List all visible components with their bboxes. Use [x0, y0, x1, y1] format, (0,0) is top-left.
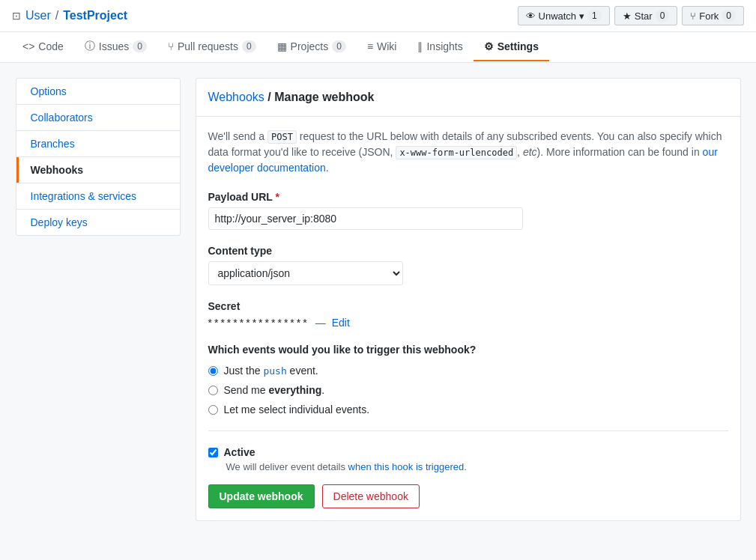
update-webhook-button[interactable]: Update webhook	[208, 484, 315, 508]
tab-projects[interactable]: ▦ Projects 0	[267, 33, 357, 61]
nav-tabs: <> Code ⓘ Issues 0 ⑂ Pull requests 0 ▦ P…	[0, 32, 756, 63]
tab-issues-label: Issues	[99, 40, 129, 52]
radio-group: Just the push event. Send me everything.…	[208, 365, 728, 416]
tab-settings[interactable]: ⚙ Settings	[474, 33, 549, 61]
radio-individual-input[interactable]	[208, 405, 218, 415]
tab-insights-label: Insights	[426, 40, 462, 52]
tab-pull-requests-label: Pull requests	[178, 40, 238, 52]
star-count: 0	[656, 10, 670, 22]
secret-divider: —	[315, 317, 326, 329]
radio-everything-input[interactable]	[208, 386, 218, 395]
projects-icon: ▦	[277, 40, 287, 52]
hook-triggered-link[interactable]: when this hook is triggered	[348, 461, 465, 472]
wiki-icon: ≡	[367, 40, 373, 52]
payload-url-label: Payload URL *	[208, 191, 728, 203]
fork-button[interactable]: ⑂ Fork 0	[682, 6, 744, 25]
radio-individual[interactable]: Let me select individual events.	[208, 404, 728, 416]
btn-row: Update webhook Delete webhook	[208, 484, 728, 508]
payload-url-input[interactable]	[208, 207, 523, 230]
breadcrumb-current: Manage webhook	[274, 91, 374, 103]
sidebar-item-options[interactable]: Options	[16, 79, 180, 104]
settings-icon: ⚙	[484, 40, 494, 52]
repo-title: ⊡ User / TestProject	[12, 9, 127, 22]
star-icon: ★	[623, 10, 632, 22]
active-desc: We will deliver event details when this …	[208, 461, 728, 472]
post-code: POST	[267, 130, 297, 144]
fork-label: Fork	[699, 10, 719, 22]
tab-settings-label: Settings	[498, 40, 539, 52]
active-section: Active We will deliver event details whe…	[208, 446, 728, 472]
repo-icon: ⊡	[12, 10, 21, 22]
tab-wiki[interactable]: ≡ Wiki	[357, 33, 408, 61]
fork-count: 0	[722, 10, 736, 22]
repo-actions: 👁 Unwatch ▾ 1 ★ Star 0 ⑂ Fork 0	[518, 6, 744, 25]
content-type-group: Content type application/json applicatio…	[208, 245, 728, 285]
radio-just-push-input[interactable]	[208, 366, 218, 376]
pull-requests-count: 0	[242, 40, 256, 52]
issues-count: 0	[133, 40, 147, 52]
breadcrumb: Webhooks / Manage webhook	[208, 91, 728, 104]
active-label: Active	[224, 446, 255, 458]
secret-label: Secret	[208, 300, 728, 312]
radio-just-push[interactable]: Just the push event.	[208, 365, 728, 377]
user-link[interactable]: User	[25, 9, 51, 22]
radio-individual-label: Let me select individual events.	[224, 404, 370, 416]
required-star: *	[276, 191, 279, 203]
secret-edit-link[interactable]: Edit	[332, 317, 350, 329]
projects-count: 0	[332, 40, 346, 52]
repo-link[interactable]: TestProject	[63, 9, 127, 22]
tab-issues[interactable]: ⓘ Issues 0	[74, 32, 157, 62]
pull-requests-icon: ⑂	[168, 40, 174, 52]
events-group: Which events would you like to trigger t…	[208, 344, 728, 416]
secret-group: Secret **************** — Edit	[208, 300, 728, 329]
sidebar: Options Collaborators Branches Webhooks …	[16, 78, 181, 236]
sidebar-item-collaborators[interactable]: Collaborators	[16, 105, 180, 130]
tab-projects-label: Projects	[291, 40, 329, 52]
unwatch-button[interactable]: 👁 Unwatch ▾ 1	[518, 6, 610, 25]
content-header: Webhooks / Manage webhook	[196, 79, 740, 117]
page-header: ⊡ User / TestProject 👁 Unwatch ▾ 1 ★ Sta…	[0, 0, 756, 32]
active-checkbox[interactable]	[208, 448, 218, 457]
sidebar-item-webhooks[interactable]: Webhooks	[16, 157, 180, 183]
breadcrumb-sep: /	[267, 91, 274, 103]
star-label: Star	[635, 10, 653, 22]
breadcrumb-separator: /	[55, 9, 58, 22]
tab-code[interactable]: <> Code	[12, 33, 74, 61]
payload-url-group: Payload URL *	[208, 191, 728, 230]
content-type-label: Content type	[208, 245, 728, 257]
active-checkbox-row: Active	[208, 446, 728, 458]
info-paragraph: We'll send a POST request to the URL bel…	[208, 129, 728, 176]
main-container: Options Collaborators Branches Webhooks …	[4, 78, 753, 521]
tab-code-label: Code	[38, 40, 63, 52]
breadcrumb-link[interactable]: Webhooks	[208, 91, 264, 103]
star-button[interactable]: ★ Star 0	[614, 6, 678, 25]
fork-icon: ⑂	[690, 10, 696, 22]
code-icon: <>	[22, 40, 34, 52]
secret-dots: ****************	[208, 317, 309, 329]
sidebar-item-integrations[interactable]: Integrations & services	[16, 183, 180, 209]
radio-everything-label: Send me everything.	[224, 384, 325, 396]
secret-row: **************** — Edit	[208, 317, 728, 329]
tab-pull-requests[interactable]: ⑂ Pull requests 0	[157, 33, 267, 61]
unwatch-count: 1	[587, 10, 602, 22]
push-code: push	[263, 365, 286, 377]
content-type-select[interactable]: application/json application/x-www-form-…	[208, 261, 403, 285]
eye-icon: 👁	[526, 10, 536, 22]
section-divider	[208, 430, 728, 431]
sidebar-item-branches[interactable]: Branches	[16, 131, 180, 156]
radio-everything[interactable]: Send me everything.	[208, 384, 728, 396]
delete-webhook-button[interactable]: Delete webhook	[322, 484, 420, 508]
issues-icon: ⓘ	[85, 40, 95, 53]
unwatch-dropdown-icon: ▾	[579, 10, 584, 22]
tab-wiki-label: Wiki	[377, 40, 396, 52]
radio-just-push-label: Just the push event.	[224, 365, 318, 377]
everything-bold: everything	[268, 384, 321, 396]
insights-icon: ∥	[417, 40, 423, 52]
content-panel: Webhooks / Manage webhook We'll send a P…	[196, 78, 741, 521]
tab-insights[interactable]: ∥ Insights	[407, 33, 473, 61]
content-body: We'll send a POST request to the URL bel…	[196, 117, 740, 520]
unwatch-label: Unwatch	[539, 10, 577, 22]
events-label: Which events would you like to trigger t…	[208, 344, 728, 356]
sidebar-item-deploy-keys[interactable]: Deploy keys	[16, 210, 180, 235]
urlencoded-code: x-www-form-urlencoded	[396, 146, 517, 159]
